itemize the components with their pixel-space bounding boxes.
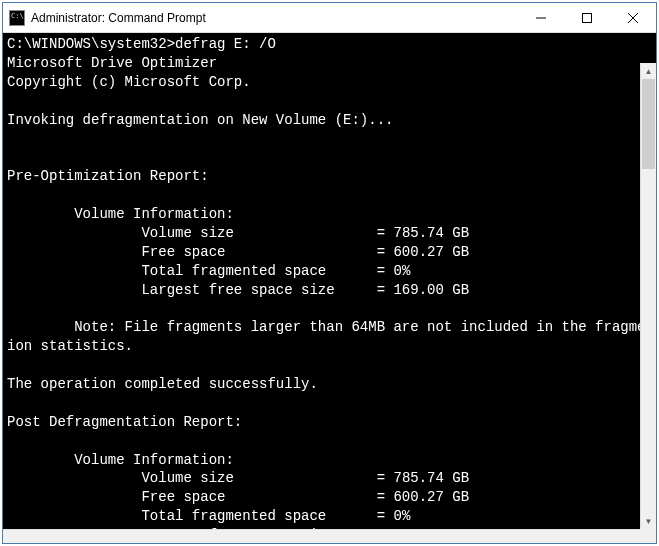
post-free-space-label: Free space (141, 489, 225, 505)
post-report-header: Post Defragmentation Report: (7, 414, 242, 430)
app-name: Microsoft Drive Optimizer (7, 55, 217, 71)
copyright: Copyright (c) Microsoft Corp. (7, 74, 251, 90)
scrollbar-corner (640, 529, 656, 543)
volume-info-header: Volume Information: (74, 206, 234, 222)
vertical-scrollbar[interactable]: ▲ ▼ (640, 63, 656, 529)
close-icon (628, 13, 638, 23)
pre-free-space-value: 600.27 GB (393, 244, 469, 260)
command-text: defrag E: /O (175, 36, 276, 52)
post-volume-size-value: 785.74 GB (393, 470, 469, 486)
cmd-icon (9, 10, 25, 26)
close-button[interactable] (610, 3, 656, 32)
pre-largest-free-label: Largest free space size (141, 282, 334, 298)
terminal-output[interactable]: C:\WINDOWS\system32>defrag E: /O Microso… (3, 33, 656, 543)
maximize-icon (582, 13, 592, 23)
post-volume-size-label: Volume size (141, 470, 233, 486)
scroll-up-icon[interactable]: ▲ (641, 63, 656, 79)
scroll-down-icon[interactable]: ▼ (641, 513, 656, 529)
pre-report-header: Pre-Optimization Report: (7, 168, 209, 184)
post-total-frag-label: Total fragmented space (141, 508, 326, 524)
window-controls (518, 3, 656, 32)
pre-largest-free-value: 169.00 GB (393, 282, 469, 298)
minimize-icon (536, 13, 546, 23)
maximize-button[interactable] (564, 3, 610, 32)
pre-free-space-label: Free space (141, 244, 225, 260)
note-line2: ion statistics. (7, 338, 133, 354)
invoke-line: Invoking defragmentation on New Volume (… (7, 112, 393, 128)
post-free-space-value: 600.27 GB (393, 489, 469, 505)
svg-rect-1 (583, 13, 592, 22)
pre-volume-size-value: 785.74 GB (393, 225, 469, 241)
window-title: Administrator: Command Prompt (31, 11, 518, 25)
pre-total-frag-label: Total fragmented space (141, 263, 326, 279)
minimize-button[interactable] (518, 3, 564, 32)
pre-volume-size-label: Volume size (141, 225, 233, 241)
prompt-path: C:\WINDOWS\system32> (7, 36, 175, 52)
content-area: C:\WINDOWS\system32>defrag E: /O Microso… (3, 33, 656, 543)
volume-info-header-2: Volume Information: (74, 452, 234, 468)
command-prompt-window: Administrator: Command Prompt C:\WINDOWS… (2, 2, 657, 544)
scroll-thumb[interactable] (642, 79, 655, 169)
note-line1: Note: File fragments larger than 64MB ar… (7, 319, 656, 335)
titlebar[interactable]: Administrator: Command Prompt (3, 3, 656, 33)
pre-total-frag-value: 0% (393, 263, 410, 279)
post-total-frag-value: 0% (393, 508, 410, 524)
completed-line: The operation completed successfully. (7, 376, 318, 392)
horizontal-scrollbar[interactable] (3, 529, 640, 543)
